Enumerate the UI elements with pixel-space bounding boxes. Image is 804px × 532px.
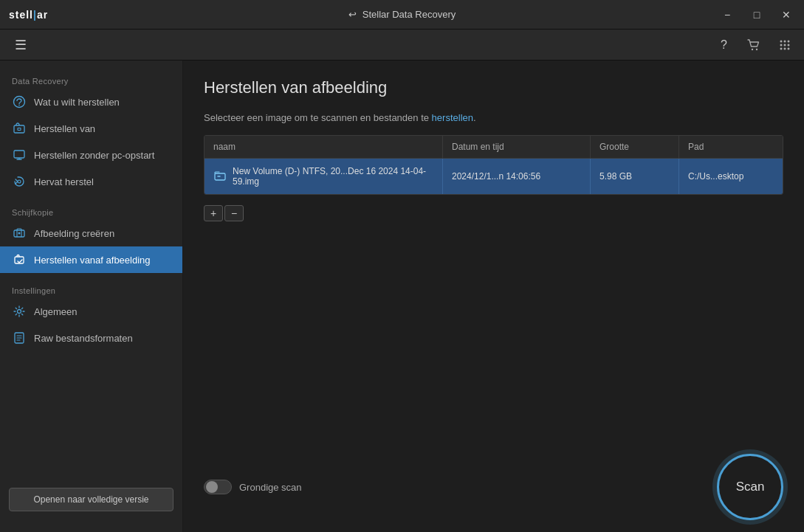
- svg-point-7: [788, 44, 790, 46]
- sidebar-item-raw[interactable]: Raw bestandsformaten: [0, 325, 182, 351]
- sidebar-section-instellingen: Instellingen: [0, 280, 182, 298]
- scan-button[interactable]: Scan: [717, 454, 783, 520]
- toolbar-right: ?: [718, 35, 794, 55]
- content-area: Herstellen van afbeelding Selecteer een …: [183, 61, 804, 532]
- herstellen-vanaf-icon: [12, 252, 27, 267]
- subtitle-highlight: herstellen: [432, 112, 473, 123]
- hervat-icon: [12, 174, 27, 189]
- titlebar-center: ↩ Stellar Data Recovery: [348, 9, 456, 20]
- svg-point-10: [788, 47, 790, 49]
- toggle-group: Grondige scan: [204, 480, 302, 494]
- logo-cursor: |: [33, 9, 37, 21]
- help-button[interactable]: ?: [718, 35, 730, 55]
- sidebar-item-hervat-label: Hervat herstel: [34, 176, 94, 187]
- algemeen-icon: [12, 304, 27, 319]
- svg-point-20: [18, 310, 21, 314]
- sidebar-item-wat-label: Wat u wilt herstellen: [34, 97, 120, 108]
- sidebar-item-afbeelding-label: Afbeelding creëren: [34, 228, 114, 239]
- header-datum: Datum en tijd: [443, 136, 591, 158]
- titlebar-left: stell|ar: [9, 9, 48, 21]
- subtitle: Selecteer een image om te scannen en bes…: [204, 112, 783, 123]
- svg-point-2: [780, 40, 783, 42]
- sidebar: Data Recovery Wat u wilt herstellen Hers…: [0, 61, 183, 532]
- sidebar-item-herstellen-van-label: Herstellen van: [34, 123, 95, 134]
- svg-point-1: [756, 48, 757, 49]
- sidebar-item-zonder-pc-label: Herstellen zonder pc-opstart: [34, 150, 154, 161]
- app-logo: stell|ar: [9, 9, 48, 21]
- minimize-button[interactable]: −: [718, 6, 736, 24]
- sidebar-item-raw-label: Raw bestandsformaten: [34, 333, 133, 344]
- raw-icon: [12, 331, 27, 345]
- sidebar-bottom: Openen naar volledige versie: [0, 477, 182, 522]
- sidebar-item-herstellen-van[interactable]: Herstellen van: [0, 115, 182, 142]
- svg-point-5: [780, 44, 783, 46]
- sidebar-section-schijfkopie: Schijfkopie: [0, 202, 182, 220]
- cell-grootte: 5.98 GB: [591, 159, 679, 194]
- page-title: Herstellen van afbeelding: [204, 78, 783, 97]
- back-icon: ↩: [348, 9, 357, 20]
- afbeelding-icon: [12, 226, 27, 241]
- cell-naam: New Volume (D-) NTFS, 20...Dec 16 2024 1…: [205, 159, 443, 194]
- sidebar-item-afbeelding[interactable]: Afbeelding creëren: [0, 220, 182, 246]
- svg-point-12: [18, 105, 20, 106]
- cell-datum: 2024/12/1...n 14:06:56: [443, 159, 591, 194]
- cell-naam-text: New Volume (D-) NTFS, 20...Dec 16 2024 1…: [233, 166, 433, 187]
- svg-point-0: [752, 48, 753, 49]
- main-layout: Data Recovery Wat u wilt herstellen Hers…: [0, 61, 804, 532]
- add-image-button[interactable]: +: [204, 205, 223, 221]
- svg-point-9: [784, 47, 786, 49]
- zonder-pc-icon: [12, 148, 27, 162]
- toolbar-left: ☰: [10, 34, 31, 56]
- svg-point-6: [784, 44, 786, 46]
- grid-menu-button[interactable]: [776, 36, 794, 54]
- cell-pad: C:/Us...esktop: [679, 159, 783, 194]
- sidebar-item-herstellen-vanaf[interactable]: Herstellen vanaf afbeelding: [0, 246, 182, 273]
- hamburger-menu-button[interactable]: ☰: [10, 34, 31, 56]
- sidebar-item-wat[interactable]: Wat u wilt herstellen: [0, 89, 182, 115]
- sidebar-section-data-recovery: Data Recovery: [0, 71, 182, 89]
- svg-point-4: [788, 40, 790, 42]
- titlebar-controls: − □ ✕: [718, 6, 795, 24]
- sidebar-item-algemeen-label: Algemeen: [34, 306, 78, 317]
- grondige-scan-label: Grondige scan: [239, 482, 302, 493]
- svg-point-3: [784, 40, 786, 42]
- open-full-version-button[interactable]: Openen naar volledige versie: [9, 488, 173, 511]
- add-remove-row: + −: [204, 205, 783, 221]
- toolbar: ☰ ?: [0, 30, 804, 61]
- toggle-knob: [206, 481, 218, 493]
- maximize-button[interactable]: □: [748, 6, 766, 24]
- svg-point-18: [18, 232, 21, 235]
- table-row[interactable]: New Volume (D-) NTFS, 20...Dec 16 2024 1…: [205, 159, 783, 194]
- titlebar: stell|ar ↩ Stellar Data Recovery − □ ✕: [0, 0, 804, 30]
- svg-rect-13: [14, 125, 24, 133]
- sidebar-item-hervat[interactable]: Hervat herstel: [0, 168, 182, 195]
- cart-button[interactable]: [743, 35, 763, 55]
- drive-icon: [213, 170, 227, 183]
- image-table: naam Datum en tijd Grootte Pad New Volum…: [204, 135, 783, 195]
- svg-point-8: [780, 47, 783, 49]
- header-grootte: Grootte: [591, 136, 679, 158]
- header-pad: Pad: [679, 136, 783, 158]
- window-title: Stellar Data Recovery: [363, 9, 456, 20]
- bottom-bar: Grondige scan Scan: [204, 442, 783, 520]
- svg-rect-14: [18, 128, 21, 131]
- remove-image-button[interactable]: −: [224, 205, 244, 221]
- grondige-scan-toggle[interactable]: [204, 480, 232, 494]
- header-naam: naam: [205, 136, 443, 158]
- herstellen-van-icon: [12, 121, 27, 136]
- sidebar-item-algemeen[interactable]: Algemeen: [0, 298, 182, 325]
- svg-rect-15: [14, 151, 24, 158]
- table-header: naam Datum en tijd Grootte Pad: [205, 136, 783, 159]
- close-button[interactable]: ✕: [777, 6, 795, 24]
- wat-icon: [12, 94, 27, 109]
- sidebar-item-zonder-pc[interactable]: Herstellen zonder pc-opstart: [0, 142, 182, 168]
- sidebar-item-herstellen-vanaf-label: Herstellen vanaf afbeelding: [34, 255, 151, 266]
